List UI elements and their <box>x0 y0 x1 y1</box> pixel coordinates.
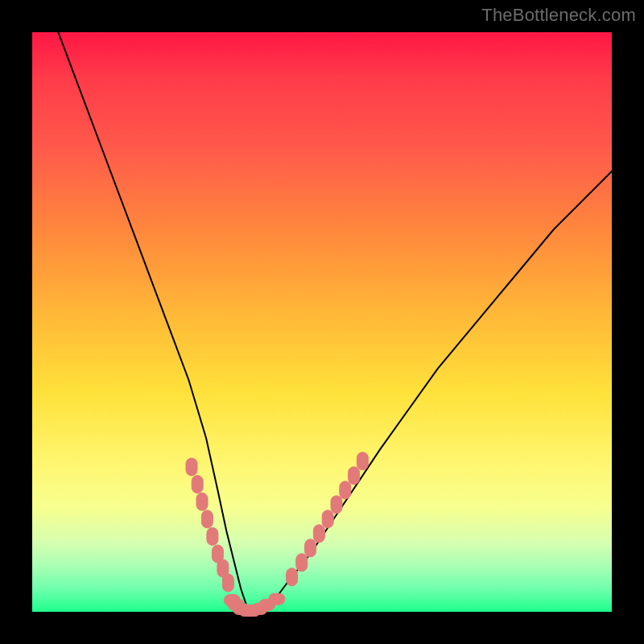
curve-marker <box>207 527 218 545</box>
curve-marker <box>201 510 213 528</box>
curve-marker <box>296 554 308 572</box>
watermark-text: TheBottleneck.com <box>481 5 636 26</box>
curve-svg <box>32 32 612 612</box>
curve-marker <box>196 493 208 510</box>
chart-frame: TheBottleneck.com <box>0 0 644 644</box>
curve-marker <box>313 525 324 543</box>
curve-marker <box>331 496 342 514</box>
curve-marker <box>192 476 203 493</box>
curve-marker <box>357 452 368 470</box>
plot-area <box>32 32 612 612</box>
curve-marker <box>287 568 298 586</box>
curve-marker <box>305 539 316 557</box>
curve-marker <box>340 481 351 499</box>
curve-marker <box>186 458 197 476</box>
marker-layer <box>186 452 368 617</box>
curve-marker <box>269 593 285 605</box>
curve-marker <box>349 467 360 485</box>
curve-marker <box>222 574 233 592</box>
curve-marker <box>322 510 333 528</box>
